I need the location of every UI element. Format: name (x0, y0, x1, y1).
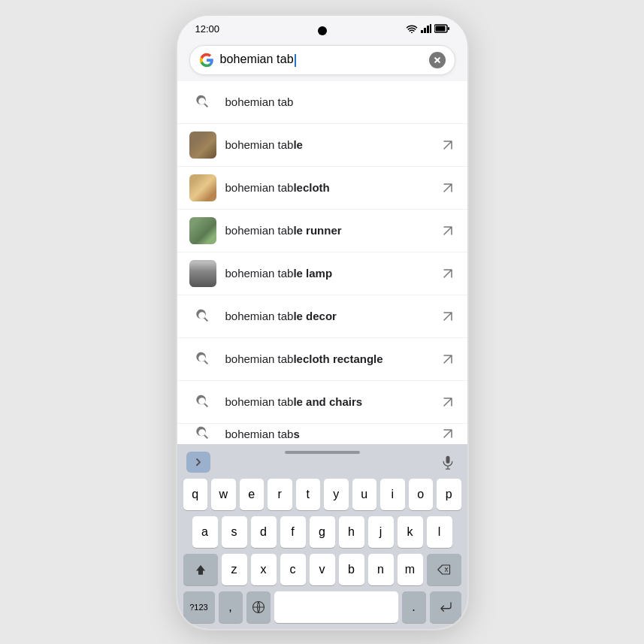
keyboard-row-3: z x c v b n m (183, 554, 461, 585)
backspace-icon (437, 564, 451, 575)
key-a[interactable]: a (192, 516, 218, 548)
keyboard-row-2: a s d f g h j k l (183, 516, 461, 548)
thumb-tablecloth (189, 174, 216, 201)
search-bar-container: bohemian tab (177, 39, 467, 81)
key-y[interactable]: y (324, 479, 349, 510)
key-g[interactable]: g (310, 516, 335, 548)
svg-rect-3 (430, 24, 431, 33)
thumb-table (189, 132, 216, 159)
suggestion-text-0: bohemian tab (225, 95, 455, 108)
suggestion-bohemian-table-and-chairs[interactable]: bohemian table and chairs (177, 381, 467, 424)
svg-rect-2 (427, 26, 429, 33)
suggestion-bohemian-table[interactable]: bohemian table (177, 124, 467, 167)
keyboard-row-4: ?123 , . (183, 591, 461, 623)
keyboard-area: q w e r t y u i o p a s d f g h j k l (177, 444, 467, 629)
suggestion-bohemian-tablecloth[interactable]: bohemian tablecloth (177, 167, 467, 210)
key-l[interactable]: l (427, 516, 452, 548)
key-backspace[interactable] (427, 554, 461, 585)
status-bar: 12:00 (177, 16, 467, 39)
key-t[interactable]: t (296, 479, 321, 510)
key-d[interactable]: d (251, 516, 277, 548)
suggestion-bohemian-tablecloth-rectangle[interactable]: bohemian tablecloth rectangle (177, 338, 467, 381)
google-logo (199, 53, 214, 68)
suggestions-container: bohemian tab bohemian table bohemian tab… (177, 81, 467, 445)
svg-rect-0 (421, 30, 423, 33)
svg-rect-6 (435, 26, 445, 32)
thumb-runner (189, 217, 216, 244)
search-icon-7 (189, 389, 216, 416)
clear-button[interactable] (429, 52, 446, 68)
key-space[interactable] (274, 591, 398, 623)
camera-dot (318, 26, 327, 35)
key-m[interactable]: m (398, 554, 423, 585)
keyboard-chevron-button[interactable] (186, 452, 210, 473)
suggestion-bohemian-tabs[interactable]: bohemian tabs (177, 424, 467, 445)
key-period[interactable]: . (402, 591, 426, 623)
key-f[interactable]: f (280, 516, 306, 548)
status-icons (406, 24, 449, 33)
key-z[interactable]: z (222, 554, 247, 585)
search-icon-8 (189, 424, 216, 445)
suggestion-text-3: bohemian table runner (225, 224, 431, 237)
suggestion-text-7: bohemian table and chairs (225, 395, 431, 408)
search-input[interactable]: bohemian tab (220, 53, 423, 66)
arrow-icon-7 (440, 395, 455, 410)
search-icon-6 (189, 346, 216, 373)
return-icon (439, 602, 452, 612)
key-globe[interactable] (246, 591, 271, 623)
suggestion-text-5: bohemian table decor (225, 310, 431, 322)
arrow-icon-5 (440, 309, 455, 324)
arrow-icon-2 (440, 180, 455, 195)
wifi-icon (406, 24, 418, 33)
key-c[interactable]: c (280, 554, 306, 585)
cursor (295, 54, 296, 67)
key-x[interactable]: x (251, 554, 277, 585)
key-comma[interactable]: , (219, 591, 243, 623)
key-q[interactable]: q (183, 479, 208, 510)
suggestion-bohemian-table-runner[interactable]: bohemian table runner (177, 210, 467, 252)
arrow-icon-4 (440, 266, 455, 281)
arrow-icon-6 (440, 352, 455, 367)
chevron-right-icon (193, 457, 204, 467)
keyboard-rows: q w e r t y u i o p a s d f g h j k l (180, 476, 464, 626)
key-i[interactable]: i (380, 479, 405, 510)
key-r[interactable]: r (268, 479, 292, 510)
key-return[interactable] (430, 591, 461, 623)
suggestion-bohemian-table-decor[interactable]: bohemian table decor (177, 295, 467, 338)
key-n[interactable]: n (368, 554, 394, 585)
key-w[interactable]: w (211, 479, 236, 510)
globe-icon (252, 600, 265, 614)
key-k[interactable]: k (398, 516, 423, 548)
key-u[interactable]: u (352, 479, 377, 510)
suggestion-bohemian-table-lamp[interactable]: bohemian table lamp (177, 252, 467, 295)
suggestion-text-2: bohemian tablecloth (225, 181, 431, 194)
key-shift[interactable] (183, 554, 218, 585)
arrow-icon-1 (440, 138, 455, 153)
signal-icon (421, 24, 431, 33)
battery-icon (434, 24, 449, 33)
key-j[interactable]: j (368, 516, 394, 548)
thumb-lamp (189, 260, 216, 287)
mic-icon (440, 455, 455, 470)
suggestion-text-1: bohemian table (225, 138, 431, 151)
phone-frame: 12:00 (176, 14, 469, 630)
status-time: 12:00 (195, 23, 220, 35)
suggestion-bohemian-tab[interactable]: bohemian tab (177, 81, 467, 124)
key-o[interactable]: o (409, 479, 434, 510)
arrow-icon-8 (440, 426, 455, 441)
mic-button[interactable] (437, 452, 458, 473)
key-s[interactable]: s (222, 516, 247, 548)
search-bar[interactable]: bohemian tab (189, 45, 455, 75)
home-bar (285, 451, 360, 454)
key-e[interactable]: e (240, 479, 265, 510)
key-p[interactable]: p (437, 479, 461, 510)
suggestion-text-6: bohemian tablecloth rectangle (225, 352, 431, 365)
key-symbols[interactable]: ?123 (183, 591, 215, 623)
key-h[interactable]: h (339, 516, 364, 548)
search-icon-0 (189, 89, 216, 116)
key-v[interactable]: v (310, 554, 335, 585)
suggestion-text-8: bohemian tabs (225, 428, 431, 440)
arrow-icon-3 (440, 223, 455, 238)
key-b[interactable]: b (339, 554, 364, 585)
search-input-value: bohemian tab (220, 53, 294, 65)
